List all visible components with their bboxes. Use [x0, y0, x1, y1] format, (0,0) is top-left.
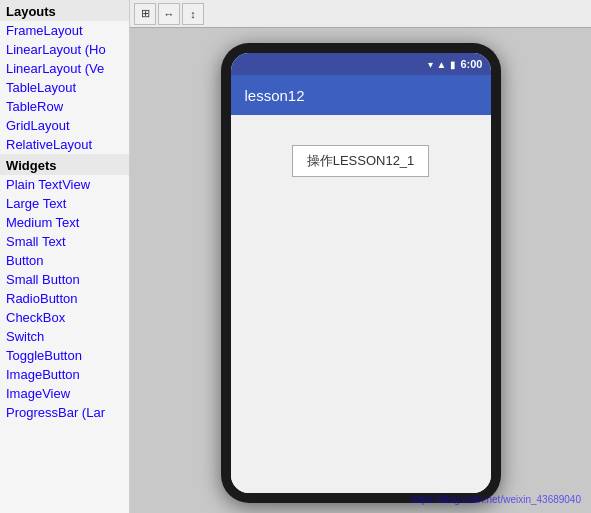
sidebar-item[interactable]: Switch [0, 327, 129, 346]
sidebar-item[interactable]: TableRow [0, 97, 129, 116]
wifi-icon: ▾ [428, 59, 433, 70]
sidebar: LayoutsFrameLayoutLinearLayout (HoLinear… [0, 0, 130, 513]
signal-icon: ▲ [437, 59, 447, 70]
sidebar-item[interactable]: ProgressBar (Lar [0, 403, 129, 422]
sidebar-item[interactable]: Button [0, 251, 129, 270]
height-button[interactable]: ↕ [182, 3, 204, 25]
sidebar-item[interactable]: Plain TextView [0, 175, 129, 194]
zoom-fit-button[interactable]: ⊞ [134, 3, 156, 25]
sidebar-item[interactable]: RadioButton [0, 289, 129, 308]
status-time: 6:00 [460, 58, 482, 70]
sidebar-item[interactable]: Large Text [0, 194, 129, 213]
sidebar-item[interactable]: TableLayout [0, 78, 129, 97]
sidebar-item[interactable]: ImageButton [0, 365, 129, 384]
sidebar-item[interactable]: RelativeLayout [0, 135, 129, 154]
sidebar-item[interactable]: CheckBox [0, 308, 129, 327]
watermark: https://blog.csdn.net/weixin_43689040 [411, 494, 581, 505]
sidebar-item[interactable]: GridLayout [0, 116, 129, 135]
toolbar: ⊞ ↔ ↕ [130, 0, 591, 28]
sidebar-item[interactable]: Small Button [0, 270, 129, 289]
sidebar-section-header: Layouts [0, 0, 129, 21]
sidebar-item[interactable]: Medium Text [0, 213, 129, 232]
sidebar-item[interactable]: LinearLayout (Ho [0, 40, 129, 59]
app-title: lesson12 [245, 87, 305, 104]
battery-icon: ▮ [450, 59, 456, 70]
action-button[interactable]: 操作LESSON12_1 [292, 145, 430, 177]
app-bar: lesson12 [231, 75, 491, 115]
phone-mockup: ▾ ▲ ▮ 6:00 lesson12 操作LESSON12_1 [221, 43, 501, 503]
sidebar-item[interactable]: Small Text [0, 232, 129, 251]
sidebar-item[interactable]: ToggleButton [0, 346, 129, 365]
app-content: 操作LESSON12_1 [231, 115, 491, 493]
sidebar-item[interactable]: ImageView [0, 384, 129, 403]
width-button[interactable]: ↔ [158, 3, 180, 25]
preview-area: ▾ ▲ ▮ 6:00 lesson12 操作LESSON12_1 https:/… [130, 28, 591, 513]
sidebar-item[interactable]: LinearLayout (Ve [0, 59, 129, 78]
sidebar-section-header: Widgets [0, 154, 129, 175]
main-area: ⊞ ↔ ↕ ▾ ▲ ▮ 6:00 lesson12 操作LES [130, 0, 591, 513]
sidebar-item[interactable]: FrameLayout [0, 21, 129, 40]
phone-screen: ▾ ▲ ▮ 6:00 lesson12 操作LESSON12_1 [231, 53, 491, 493]
status-bar: ▾ ▲ ▮ 6:00 [231, 53, 491, 75]
